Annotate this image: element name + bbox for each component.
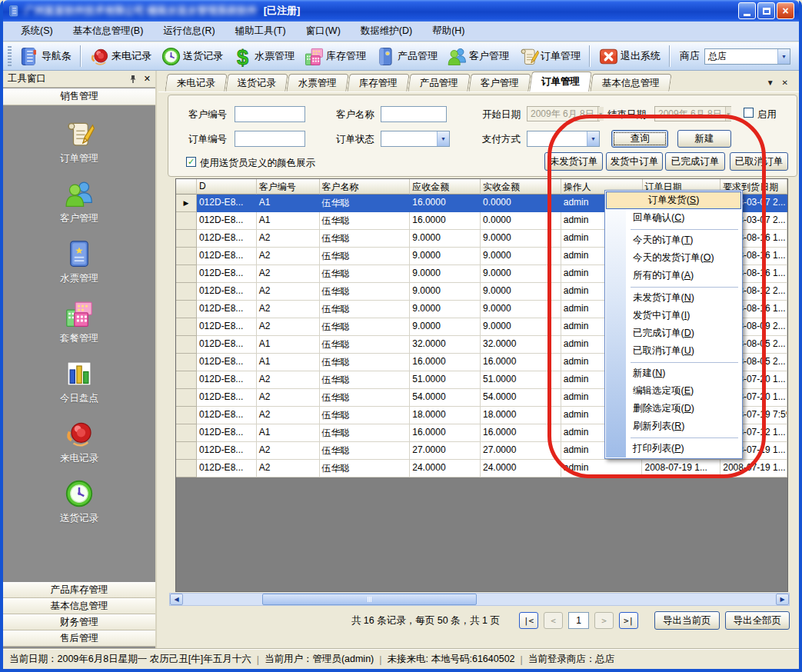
toolbar-button-customers[interactable]: 客户管理 <box>442 44 514 69</box>
context-menu-item-今天的发货订单[interactable]: 今天的发货订单(O) <box>606 249 741 267</box>
export-all-pages-button[interactable]: 导出全部页 <box>725 611 790 630</box>
close-button[interactable]: × <box>777 2 794 19</box>
tab-产品管理[interactable]: 产品管理 <box>408 74 470 91</box>
context-menu-item-订单发货[interactable]: 订单发货(S) <box>606 191 741 209</box>
tab-close-icon[interactable]: ✕ <box>782 78 788 87</box>
start-date-picker[interactable]: 2009年 6月 8日 ▼ <box>527 106 600 121</box>
tab-水票管理[interactable]: 水票管理 <box>286 74 348 91</box>
chevron-down-icon[interactable]: ▼ <box>597 107 604 121</box>
order-status-combobox[interactable]: ▼ <box>381 131 450 147</box>
context-menu-item-刷新列表[interactable]: 刷新列表(R) <box>606 418 741 435</box>
tab-库存管理[interactable]: 库存管理 <box>347 74 409 91</box>
scroll-left-icon[interactable]: ◀ <box>170 594 183 605</box>
sidebar-section-基本信息管理[interactable]: 基本信息管理 <box>3 598 155 614</box>
sidebar-section-财务管理[interactable]: 财务管理 <box>3 614 155 630</box>
toolbar-button-order-scroll[interactable]: 订单管理 <box>514 44 585 69</box>
toolbar-grip[interactable] <box>8 46 12 66</box>
pin-icon[interactable] <box>128 75 138 84</box>
toolbar-button-dollar[interactable]: $水票管理 <box>228 44 299 69</box>
prev-page-button[interactable]: < <box>544 612 563 629</box>
page-number-input[interactable] <box>568 612 589 629</box>
toolbar-button-delivery-clock[interactable]: 送货记录 <box>156 44 228 69</box>
sidebar-item-水票管理[interactable]: 水票管理 <box>3 238 155 285</box>
sidebar-item-订单管理[interactable]: 订单管理 <box>3 118 155 165</box>
tab-基本信息管理[interactable]: 基本信息管理 <box>590 74 671 91</box>
store-combobox[interactable]: 总店 ▼ <box>704 48 790 65</box>
sidebar-item-来电记录[interactable]: 来电记录 <box>3 418 155 465</box>
query-button[interactable]: 查询 <box>611 130 668 148</box>
sidebar-item-客户管理[interactable]: 客户管理 <box>3 178 155 225</box>
chevron-down-icon[interactable]: ▼ <box>725 107 731 121</box>
chevron-down-icon[interactable]: ▼ <box>437 131 449 146</box>
enable-checkbox[interactable] <box>744 108 754 118</box>
tab-送货记录[interactable]: 送货记录 <box>225 74 288 91</box>
context-menu-item-回单确认[interactable]: 回单确认(C) <box>606 209 741 227</box>
minimize-button[interactable] <box>738 2 756 19</box>
table-row[interactable]: 012D-E8...A2伍华聪24.000024.0000admin2008-0… <box>176 460 787 477</box>
context-menu-item-发货中订单[interactable]: 发货中订单(I) <box>606 307 741 324</box>
last-page-button[interactable]: >| <box>619 612 638 629</box>
pay-method-combobox[interactable]: ▼ <box>527 131 600 147</box>
menubar-item-1[interactable]: 基本信息管理(B) <box>63 22 154 40</box>
toolbar-button-product-book[interactable]: 产品管理 <box>371 44 442 69</box>
chevron-down-icon[interactable]: ▼ <box>777 49 790 64</box>
menubar-item-4[interactable]: 窗口(W) <box>296 22 351 40</box>
tab-订单管理[interactable]: 订单管理 <box>529 72 592 91</box>
context-menu-item-新建[interactable]: 新建(N) <box>606 364 741 382</box>
toolbar-button-call-bell[interactable]: 来电记录 <box>85 44 156 69</box>
tab-来电记录[interactable]: 来电记录 <box>165 74 227 91</box>
context-menu-item-编辑选定项[interactable]: 编辑选定项(E) <box>606 382 741 400</box>
sidebar-item-套餐管理[interactable]: 套餐管理 <box>3 298 155 345</box>
column-header-2[interactable]: 客户名称 <box>320 179 411 195</box>
column-header-0[interactable]: D <box>197 179 257 195</box>
maximize-button[interactable] <box>757 2 775 19</box>
column-header-3[interactable]: 应收金额 <box>410 179 481 195</box>
column-header-1[interactable]: 客户编号 <box>257 179 320 195</box>
customer-name-input[interactable] <box>381 106 447 122</box>
menubar-item-5[interactable]: 数据维护(D) <box>351 22 422 40</box>
first-page-button[interactable]: |< <box>519 612 538 629</box>
menubar-item-6[interactable]: 帮助(H) <box>422 22 474 40</box>
sidebar-section-产品库存管理[interactable]: 产品库存管理 <box>3 582 155 598</box>
horizontal-scrollbar[interactable]: ◀ ▶ <box>169 593 790 606</box>
status-filter-button-已取消订单[interactable]: 已取消订单 <box>730 152 788 171</box>
row-marker: ▶ <box>176 195 197 212</box>
sidebar-close-icon[interactable]: ✕ <box>144 74 151 84</box>
menubar-item-0[interactable]: 系统(S) <box>11 22 63 40</box>
context-menu-item-未发货订单[interactable]: 未发货订单(N) <box>606 289 741 307</box>
order-no-input[interactable] <box>235 131 305 147</box>
sidebar-item-今日盘点[interactable]: 今日盘点 <box>3 358 155 405</box>
next-page-button[interactable]: > <box>594 612 614 629</box>
driver-color-checkbox[interactable]: ✓ <box>186 157 196 167</box>
chevron-down-icon[interactable]: ▼ <box>587 131 599 146</box>
toolbar-button-calendar-grid[interactable]: 库存管理 <box>299 44 371 69</box>
tab-list-dropdown-icon[interactable]: ▼ <box>767 78 774 87</box>
sidebar-section-售后管理[interactable]: 售后管理 <box>3 630 155 647</box>
status-filter-button-发货中订单[interactable]: 发货中订单 <box>606 152 663 171</box>
sidebar-section-sales[interactable]: 销售管理 <box>3 88 155 105</box>
status-filter-button-未发货订单[interactable]: 未发货订单 <box>544 152 603 171</box>
new-button[interactable]: 新建 <box>677 130 731 148</box>
context-menu-item-已取消订单[interactable]: 已取消订单(U) <box>606 342 741 360</box>
scroll-right-icon[interactable]: ▶ <box>776 594 789 605</box>
context-menu-item-打印列表[interactable]: 打印列表(P) <box>606 440 741 457</box>
export-current-page-button[interactable]: 导出当前页 <box>654 611 720 630</box>
column-header-4[interactable]: 实收金额 <box>481 179 561 195</box>
menubar-item-3[interactable]: 辅助工具(T) <box>225 22 296 40</box>
scrollbar-track[interactable] <box>183 594 776 605</box>
toolbar-button-navigator-book[interactable]: 导航条 <box>15 44 76 69</box>
sidebar-item-送货记录[interactable]: 送货记录 <box>3 478 155 525</box>
context-menu-item-今天的订单[interactable]: 今天的订单(T) <box>606 231 741 249</box>
tab-客户管理[interactable]: 客户管理 <box>468 74 531 91</box>
status-filter-button-已完成订单[interactable]: 已完成订单 <box>665 152 725 171</box>
context-menu-item-已完成订单[interactable]: 已完成订单(D) <box>606 324 741 342</box>
context-menu-item-所有的订单[interactable]: 所有的订单(A) <box>606 267 741 284</box>
toolbar-button-exit-x[interactable]: 退出系统 <box>594 44 665 69</box>
context-menu-item-删除选定项[interactable]: 删除选定项(D) <box>606 400 741 418</box>
cell: 0.0000 <box>481 212 561 230</box>
customers-icon <box>447 46 468 67</box>
scrollbar-thumb[interactable] <box>262 594 477 605</box>
end-date-picker[interactable]: 2009年 6月 8日 ▼ <box>654 106 731 121</box>
customer-no-input[interactable] <box>235 106 305 122</box>
menubar-item-2[interactable]: 运行信息(R) <box>153 22 225 40</box>
